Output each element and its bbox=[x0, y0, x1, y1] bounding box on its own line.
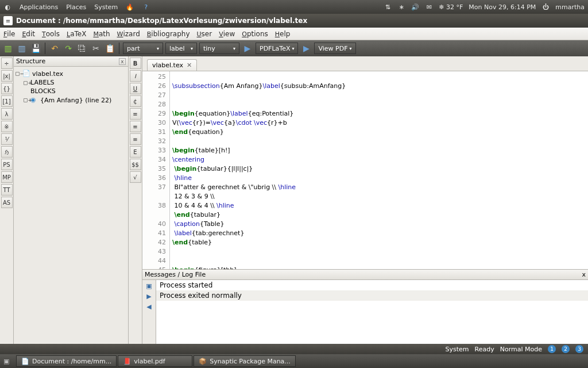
volume-icon[interactable]: 🔊 bbox=[411, 3, 419, 11]
format-button-7[interactable]: E bbox=[130, 146, 141, 158]
undo-button[interactable]: ↶ bbox=[49, 43, 60, 54]
menu-user[interactable]: User bbox=[197, 30, 212, 38]
weather-temp[interactable]: ❄ 32 °F bbox=[439, 3, 463, 11]
show-desktop-icon[interactable]: ▣ bbox=[3, 358, 13, 365]
code-content[interactable]: \subsubsection{Am Anfang}\label{subsub:A… bbox=[170, 71, 588, 269]
editor-tabs: vlabel.tex ✕ bbox=[142, 56, 588, 71]
structure-tree[interactable]: ▢−📄vlabel.tex ▢+LABELS BLOCKS ▢+◉{Am Anf… bbox=[14, 67, 128, 344]
ubuntu-icon[interactable]: ◐ bbox=[3, 3, 11, 11]
symbol-button-10[interactable]: TT bbox=[1, 184, 13, 195]
menu-applications[interactable]: Applications bbox=[20, 3, 58, 11]
size-select[interactable]: tiny▾ bbox=[199, 43, 239, 54]
symbol-button-6[interactable]: ⅟ bbox=[1, 133, 13, 145]
tree-section[interactable]: {Am Anfang} (line 22) bbox=[40, 97, 111, 104]
stop-icon[interactable]: ▣ bbox=[145, 281, 154, 290]
symbol-button-0[interactable]: ÷ bbox=[1, 57, 13, 69]
clock[interactable]: Mon Nov 29, 6:14 PM bbox=[469, 3, 536, 11]
symbol-button-8[interactable]: PS bbox=[1, 159, 13, 170]
symbol-button-1[interactable]: |x| bbox=[1, 70, 13, 82]
messages-title: Messages / Log File bbox=[145, 271, 206, 278]
label-select[interactable]: label▾ bbox=[165, 43, 197, 54]
tree-root[interactable]: vlabel.tex bbox=[32, 70, 63, 78]
cut-button[interactable]: ✂ bbox=[90, 43, 102, 54]
code-editor[interactable]: 25262728293031323334353637 38 4041424344… bbox=[142, 71, 588, 269]
format-button-8[interactable]: $$ bbox=[130, 159, 141, 170]
window-title: Document : /home/mmartha/Desktop/LatexVo… bbox=[16, 17, 307, 25]
redo-button[interactable]: ↷ bbox=[63, 43, 74, 54]
tab-vlabel[interactable]: vlabel.tex ✕ bbox=[147, 59, 197, 71]
menu-tools[interactable]: Tools bbox=[42, 30, 60, 38]
prev-icon[interactable]: ◀ bbox=[145, 302, 154, 311]
tree-blocks[interactable]: BLOCKS bbox=[30, 87, 56, 95]
symbol-button-7[interactable]: ℌ bbox=[1, 146, 13, 158]
format-button-9[interactable]: √ bbox=[130, 171, 141, 183]
format-button-0[interactable]: B bbox=[130, 57, 141, 69]
content-area: ÷|x|{}[1]λ※⅟ℌPSMPTTAS Structure x ▢−📄vla… bbox=[0, 56, 588, 344]
tab-label: vlabel.tex bbox=[152, 62, 183, 69]
badge-3[interactable]: 3 bbox=[575, 345, 583, 353]
symbol-button-5[interactable]: ※ bbox=[1, 121, 13, 132]
viewer-select[interactable]: View PDF▾ bbox=[314, 43, 355, 54]
menu-edit[interactable]: Edit bbox=[22, 30, 35, 38]
close-icon[interactable]: x bbox=[119, 58, 126, 65]
save-button[interactable]: 💾 bbox=[30, 43, 41, 54]
document-icon: ≡ bbox=[3, 16, 13, 25]
status-mode: Normal Mode bbox=[500, 346, 542, 353]
badge-2[interactable]: 2 bbox=[562, 345, 570, 353]
menu-math[interactable]: Math bbox=[93, 30, 110, 38]
mail-icon[interactable]: ✉ bbox=[425, 3, 433, 11]
message-line[interactable]: Process started bbox=[156, 280, 588, 290]
status-ready: Ready bbox=[475, 346, 494, 353]
section-select[interactable]: part▾ bbox=[123, 43, 163, 54]
line-gutter: 25262728293031323334353637 38 4041424344… bbox=[142, 71, 170, 269]
messages-strip: ▣ ▶ ◀ bbox=[142, 280, 156, 344]
tree-labels[interactable]: LABELS bbox=[30, 79, 55, 86]
close-icon[interactable]: ✕ bbox=[187, 62, 192, 69]
help-icon[interactable]: ? bbox=[142, 3, 150, 11]
next-icon[interactable]: ▶ bbox=[145, 292, 154, 301]
open-button[interactable]: ▥ bbox=[16, 43, 28, 54]
new-button[interactable]: ▥ bbox=[2, 43, 14, 54]
compile-icon[interactable]: ▶ bbox=[242, 43, 253, 54]
structure-title: Structure bbox=[16, 57, 45, 65]
bluetooth-icon[interactable]: ∗ bbox=[397, 3, 405, 11]
menu-bibliography[interactable]: Bibliography bbox=[147, 30, 190, 38]
menu-file[interactable]: File bbox=[3, 30, 15, 38]
menu-help[interactable]: Help bbox=[275, 30, 291, 38]
symbol-button-4[interactable]: λ bbox=[1, 108, 13, 120]
firefox-icon[interactable]: 🔥 bbox=[126, 3, 134, 11]
menu-system[interactable]: System bbox=[94, 3, 118, 11]
message-line[interactable]: Process exited normally bbox=[156, 290, 588, 301]
power-icon[interactable]: ⏻ bbox=[541, 3, 550, 11]
format-button-1[interactable]: I bbox=[130, 70, 141, 82]
format-button-2[interactable]: U bbox=[130, 83, 141, 94]
task-synaptic[interactable]: 📦Synaptic Package Mana... bbox=[194, 355, 296, 367]
menu-wizard[interactable]: Wizard bbox=[117, 30, 140, 38]
left-symbol-strip: ÷|x|{}[1]λ※⅟ℌPSMPTTAS bbox=[0, 56, 14, 344]
menu-latex[interactable]: LaTeX bbox=[67, 30, 86, 38]
copy-button[interactable]: ⿻ bbox=[76, 43, 88, 54]
user-name[interactable]: mmartha bbox=[555, 3, 585, 11]
structure-header: Structure x bbox=[14, 56, 128, 67]
updown-icon[interactable]: ⇅ bbox=[384, 3, 392, 11]
symbol-button-9[interactable]: MP bbox=[1, 171, 13, 183]
task-document[interactable]: 📄Document : /home/mm... bbox=[16, 355, 117, 367]
view-icon[interactable]: ▶ bbox=[300, 43, 312, 54]
format-button-5[interactable]: ≡ bbox=[130, 121, 141, 132]
format-button-6[interactable]: ≡ bbox=[130, 133, 141, 145]
menu-options[interactable]: Options bbox=[242, 30, 268, 38]
paste-button[interactable]: 📋 bbox=[104, 43, 115, 54]
symbol-button-2[interactable]: {} bbox=[1, 83, 13, 94]
messages-list[interactable]: Process started Process exited normally bbox=[156, 280, 588, 344]
close-icon[interactable]: x bbox=[582, 271, 586, 278]
menu-places[interactable]: Places bbox=[66, 3, 86, 11]
compiler-select[interactable]: PDFLaTeX▾ bbox=[256, 43, 298, 54]
badge-1[interactable]: 1 bbox=[548, 345, 556, 353]
task-pdf[interactable]: 📕vlabel.pdf bbox=[118, 355, 192, 367]
format-button-3[interactable]: ¢ bbox=[130, 95, 141, 107]
format-button-4[interactable]: ≡ bbox=[130, 108, 141, 120]
symbol-button-11[interactable]: AS bbox=[1, 197, 13, 208]
window-titlebar[interactable]: ≡ Document : /home/mmartha/Desktop/Latex… bbox=[0, 14, 588, 28]
menu-view[interactable]: View bbox=[219, 30, 235, 38]
symbol-button-3[interactable]: [1] bbox=[1, 95, 13, 107]
